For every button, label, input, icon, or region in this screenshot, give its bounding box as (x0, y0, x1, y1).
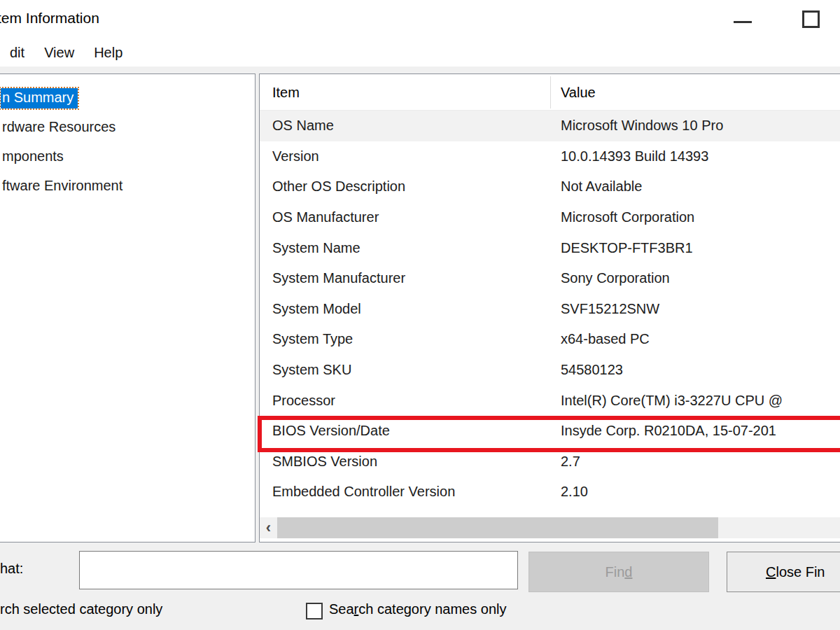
value-cell: x64-based PC (561, 331, 650, 347)
table-row[interactable]: BIOS Version/Date Insyde Corp. R0210DA, … (260, 416, 840, 447)
menu-item-label: dit (10, 45, 24, 60)
table-row[interactable]: System Model SVF15212SNW (260, 294, 840, 325)
tree-item-label: ftware Environment (1, 176, 127, 197)
item-cell: System Name (272, 240, 360, 256)
column-header-value[interactable]: Value (561, 74, 596, 111)
menu-item[interactable]: Help (84, 42, 132, 64)
item-cell: System Type (272, 331, 353, 347)
tree-item-label: n Summary (1, 88, 78, 108)
table-row[interactable]: System Type x64-based PC (260, 324, 840, 355)
table-row[interactable]: System Manufacturer Sony Corporation (260, 263, 840, 294)
value-cell: Not Available (561, 178, 642, 195)
column-header-item[interactable]: Item (272, 74, 300, 111)
menu-item[interactable]: View (34, 42, 84, 64)
search-category-names-checkbox[interactable] (306, 603, 323, 620)
item-cell: OS Manufacturer (272, 209, 379, 225)
details-list-panel: Item Value OS Name Microsoft Windows 10 … (259, 74, 840, 542)
value-cell: Microsoft Corporation (561, 209, 694, 225)
list-header: Item Value (260, 74, 840, 111)
scrollbar-thumb[interactable] (277, 517, 718, 538)
menu-item-label: Help (94, 45, 122, 60)
find-what-label: hat: (0, 561, 23, 577)
title-bar: tem Information (0, 0, 840, 38)
table-row[interactable]: System SKU 54580123 (260, 355, 840, 386)
item-cell: System Manufacturer (272, 270, 405, 286)
table-row[interactable]: Version 10.0.14393 Build 14393 (260, 141, 840, 172)
item-cell: SMBIOS Version (272, 454, 377, 470)
item-cell: Processor (272, 393, 335, 409)
value-cell: SVF15212SNW (561, 301, 659, 317)
item-cell: Other OS Description (272, 178, 405, 195)
tree-item[interactable]: rdware Resources (0, 113, 255, 142)
minimize-icon (734, 21, 752, 23)
scroll-left-arrow-icon[interactable]: ‹ (260, 517, 277, 538)
column-divider[interactable] (550, 76, 551, 108)
value-cell: DESKTOP-FTF3BR1 (561, 240, 693, 256)
horizontal-scrollbar[interactable]: ‹ (260, 517, 840, 538)
table-row[interactable]: Processor Intel(R) Core(TM) i3-3227U CPU… (260, 385, 840, 416)
item-cell: Embedded Controller Version (272, 484, 455, 500)
tree-item[interactable]: mponents (0, 142, 255, 172)
menu-item-label: View (44, 45, 74, 60)
value-cell: Intel(R) Core(TM) i3-3227U CPU @ (561, 393, 783, 409)
list-rows: OS Name Microsoft Windows 10 Pro Version… (260, 111, 840, 507)
menu-item[interactable]: dit (0, 42, 34, 64)
maximize-icon (802, 10, 820, 28)
close-find-accesskey: C (766, 564, 776, 580)
value-cell: Insyde Corp. R0210DA, 15-07-201 (561, 423, 776, 439)
table-row[interactable]: OS Manufacturer Microsoft Corporation (260, 202, 840, 233)
value-cell: 10.0.14393 Build 14393 (561, 148, 708, 164)
tree-item[interactable]: ftware Environment (0, 172, 255, 201)
item-cell: OS Name (272, 118, 334, 134)
value-cell: Sony Corporation (561, 270, 670, 286)
table-row[interactable]: Other OS Description Not Available (260, 172, 840, 202)
value-cell: 54580123 (561, 362, 623, 378)
menu-bar: dit View Help (0, 38, 840, 66)
window-title: tem Information (0, 10, 99, 27)
value-cell: Microsoft Windows 10 Pro (561, 118, 723, 134)
close-find-button[interactable]: Close Fin (727, 552, 840, 592)
maximize-button[interactable] (788, 0, 834, 38)
item-cell: System SKU (272, 362, 351, 378)
find-input[interactable] (79, 551, 518, 589)
tree-item[interactable]: n Summary (0, 83, 255, 113)
item-cell: Version (272, 148, 319, 164)
tree-item-label: mponents (1, 147, 68, 167)
value-cell: 2.7 (561, 454, 580, 470)
find-button-label: Fin (606, 564, 625, 580)
find-button-accesskey: d (624, 564, 632, 580)
table-row[interactable]: Embedded Controller Version 2.10 (260, 477, 840, 507)
value-cell: 2.10 (561, 484, 588, 500)
search-category-names-label[interactable]: Search category names only (329, 601, 507, 617)
find-button[interactable]: Find (528, 552, 709, 592)
table-row[interactable]: System Name DESKTOP-FTF3BR1 (260, 232, 840, 263)
table-row[interactable]: OS Name Microsoft Windows 10 Pro (260, 111, 840, 141)
category-tree-panel[interactable]: n Summary rdware Resources mponents ftwa… (0, 74, 255, 542)
close-find-label: lose Fin (776, 564, 825, 580)
item-cell: System Model (272, 301, 361, 317)
search-selected-category-label: rch selected category only (0, 601, 162, 617)
item-cell: BIOS Version/Date (272, 423, 390, 439)
minimize-button[interactable] (720, 0, 766, 38)
tree-item-label: rdware Resources (1, 118, 120, 138)
table-row[interactable]: SMBIOS Version 2.7 (260, 447, 840, 477)
